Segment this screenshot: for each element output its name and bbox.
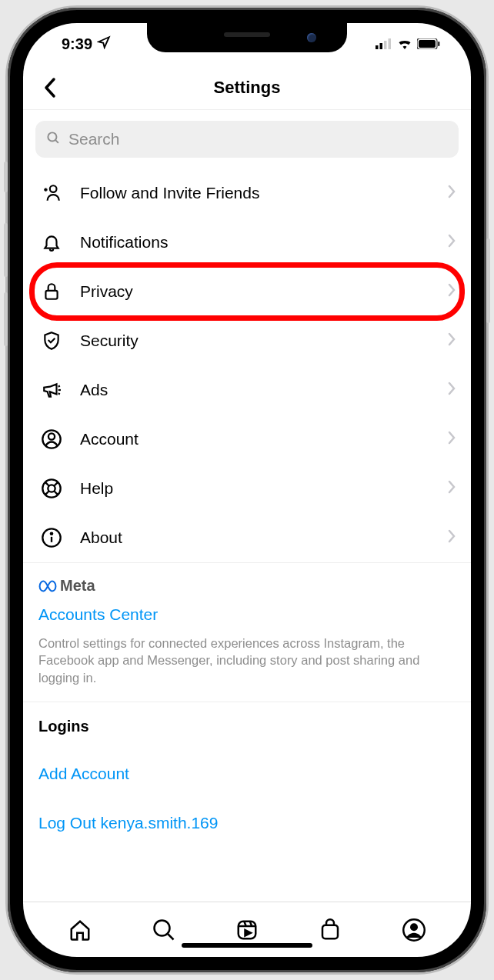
meta-section: Meta Accounts Center Control settings fo…: [23, 563, 471, 702]
logins-title: Logins: [38, 718, 456, 735]
notch: [147, 23, 347, 52]
search-icon: [46, 131, 61, 148]
phone-frame: 9:39 Settings: [8, 8, 486, 972]
menu-item-ads[interactable]: Ads: [23, 365, 471, 415]
menu-label: Account: [80, 430, 448, 448]
add-account-link[interactable]: Add Account: [38, 757, 456, 791]
megaphone-icon: [40, 378, 63, 402]
meta-logo: Meta: [38, 577, 456, 595]
svg-line-20: [45, 482, 49, 486]
page-title: Settings: [23, 78, 471, 98]
svg-point-19: [48, 485, 55, 492]
svg-rect-34: [322, 925, 338, 938]
menu-label: Privacy: [80, 282, 448, 301]
help-icon: [40, 477, 63, 500]
svg-rect-0: [376, 45, 379, 49]
svg-marker-33: [245, 930, 252, 936]
svg-point-26: [51, 533, 52, 535]
svg-rect-1: [380, 43, 383, 49]
wifi-icon: [397, 35, 412, 53]
svg-line-23: [55, 492, 58, 495]
svg-line-8: [55, 139, 58, 142]
nav-profile[interactable]: [372, 918, 456, 942]
content: Follow and Invite Friends Notifications …: [23, 110, 471, 902]
svg-line-22: [45, 492, 49, 495]
nav-reels[interactable]: [205, 918, 289, 942]
search-box[interactable]: [35, 121, 459, 158]
svg-point-18: [42, 479, 60, 497]
lock-icon: [40, 280, 63, 303]
meta-brand-text: Meta: [60, 577, 95, 595]
svg-rect-12: [45, 291, 57, 299]
status-time: 9:39: [62, 35, 92, 53]
chevron-right-icon: [448, 382, 456, 398]
chevron-right-icon: [448, 185, 456, 202]
chevron-right-icon: [448, 332, 456, 349]
svg-rect-2: [384, 41, 387, 49]
svg-line-13: [58, 386, 60, 387]
bottom-nav: [23, 902, 471, 957]
info-icon: [40, 526, 63, 549]
svg-line-28: [168, 934, 174, 940]
menu-item-security[interactable]: Security: [23, 316, 471, 365]
chevron-right-icon: [448, 480, 456, 497]
chevron-right-icon: [448, 234, 456, 251]
svg-line-21: [55, 482, 58, 486]
chevron-right-icon: [448, 431, 456, 448]
cellular-icon: [376, 35, 392, 53]
chevron-right-icon: [448, 283, 456, 300]
logins-section: Logins Add Account Log Out kenya.smith.1…: [23, 702, 471, 855]
menu-label: Help: [80, 479, 448, 498]
account-icon: [40, 428, 63, 451]
svg-line-15: [58, 393, 60, 394]
follow-invite-icon: [40, 182, 63, 205]
location-icon: [97, 35, 111, 53]
menu-label: Ads: [80, 381, 448, 399]
menu-item-follow[interactable]: Follow and Invite Friends: [23, 168, 471, 218]
nav-home[interactable]: [38, 918, 122, 942]
menu-item-help[interactable]: Help: [23, 464, 471, 513]
screen: 9:39 Settings: [23, 23, 471, 957]
svg-rect-3: [389, 38, 392, 49]
svg-point-27: [154, 920, 169, 935]
menu-label: Notifications: [80, 233, 448, 252]
menu-item-account[interactable]: Account: [23, 415, 471, 464]
battery-icon: [417, 35, 440, 53]
menu-item-privacy[interactable]: Privacy: [23, 267, 471, 316]
menu-item-about[interactable]: About: [23, 513, 471, 562]
nav-shop[interactable]: [289, 918, 372, 942]
back-button[interactable]: [31, 65, 69, 109]
meta-description: Control settings for connected experienc…: [38, 635, 456, 686]
home-indicator[interactable]: [182, 943, 312, 948]
logout-link[interactable]: Log Out kenya.smith.169: [38, 806, 456, 840]
nav-search[interactable]: [122, 918, 205, 942]
menu-item-notifications[interactable]: Notifications: [23, 218, 471, 267]
accounts-center-link[interactable]: Accounts Center: [38, 605, 456, 624]
header: Settings: [23, 65, 471, 110]
menu-label: About: [80, 528, 448, 547]
svg-point-7: [48, 132, 56, 141]
svg-point-9: [50, 185, 57, 192]
chevron-right-icon: [448, 529, 456, 546]
bell-icon: [40, 231, 63, 254]
svg-point-17: [48, 433, 55, 439]
search-input[interactable]: [68, 130, 448, 148]
menu-label: Follow and Invite Friends: [80, 184, 448, 202]
shield-icon: [40, 329, 63, 352]
svg-rect-5: [419, 40, 436, 48]
svg-point-36: [410, 923, 418, 931]
svg-rect-6: [438, 42, 440, 46]
menu-label: Security: [80, 332, 448, 350]
